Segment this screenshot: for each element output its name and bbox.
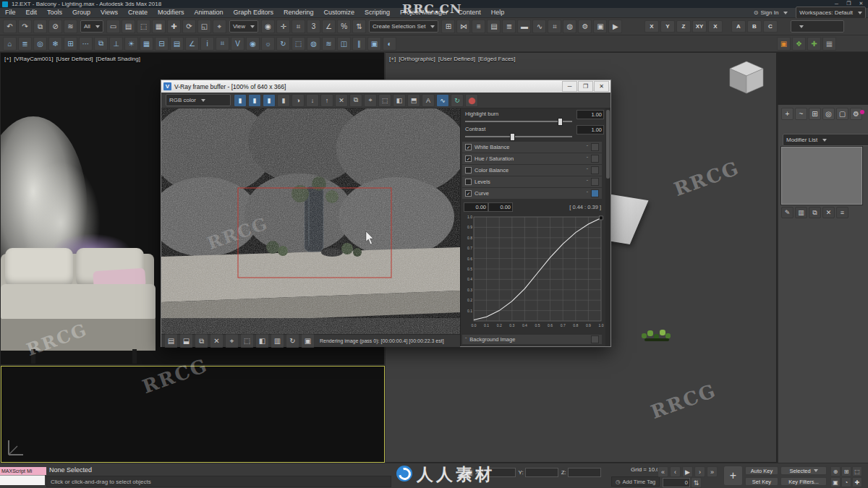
curve-checkbox[interactable]: ✓ [465,190,472,197]
vfb-minimize-button[interactable]: ─ [562,81,577,92]
vfb-status-channels-icon[interactable]: ▤ [164,334,178,348]
curve-row[interactable]: ✓ Curve ˇ [462,188,602,199]
proxy-icon[interactable]: ◫ [337,37,351,51]
panel-pin-dot[interactable] [860,110,864,114]
rectangular-selection-region-icon[interactable]: ⬚ [137,20,150,33]
set-keys-button[interactable]: + [723,466,743,486]
configure-modifier-sets-icon[interactable]: ≡ [836,207,848,218]
frame-step-up-icon[interactable]: ⇅ [691,477,702,488]
menu-group[interactable]: Group [67,8,95,17]
clear-image-icon[interactable]: ✕ [335,94,348,107]
align-icon[interactable]: ≡ [472,20,485,33]
background-image-toggle-icon[interactable] [591,335,599,343]
curve-edit-icon[interactable] [591,189,599,197]
letter-c-button[interactable]: C [763,20,778,33]
selection-filter-dropdown[interactable]: All [80,20,103,33]
contrast-value[interactable]: 1.00 [576,125,604,134]
key-filters-button[interactable]: Key Filters... [780,477,827,486]
levels-checkbox[interactable] [465,179,472,185]
vfb-render-canvas[interactable] [161,108,460,334]
coordinate-z-field[interactable] [568,468,601,477]
vfb-status-history-icon[interactable]: ▥ [271,334,284,348]
background-image-row[interactable]: ˇ Background Image [462,335,602,344]
viewport-shading-menu[interactable]: [Edged Faces] [478,56,516,62]
snapshot-icon[interactable]: ⧉ [94,37,108,51]
current-frame-field[interactable]: 0 [663,478,690,487]
color-balance-checkbox[interactable] [465,167,472,174]
layer-manager-icon[interactable]: ≣ [18,37,32,51]
vfb-maximize-button[interactable]: ❐ [578,81,593,92]
chevron-down-icon[interactable]: ˇ [587,191,588,196]
zoom-icon[interactable]: ⊕ [830,466,841,476]
material-override-icon[interactable]: ◍ [307,37,320,51]
bind-to-space-warp-icon[interactable]: ≋ [64,20,77,33]
vfb-status-track-icon[interactable]: ⌖ [225,334,239,348]
menu-tools[interactable]: Tools [42,8,67,17]
vfb-scrollbar-thumb[interactable] [606,110,610,179]
stop-render-icon[interactable]: ⬤ [465,94,478,107]
coordinate-x-field[interactable] [482,468,516,477]
pin-stack-icon[interactable]: ✎ [781,207,793,218]
transform-type-in-lock-icon[interactable]: ▣ [464,467,475,478]
spacing-tool-icon[interactable]: ⋯ [79,37,93,51]
add-time-tag-button[interactable]: ◷ Add Time Tag [611,476,660,487]
duplicate-to-host-icon[interactable]: ⧉ [349,94,362,107]
select-and-rotate-icon[interactable]: ⟳ [182,20,196,33]
named-set-quick-dropdown[interactable] [791,20,844,33]
motion-tab-icon[interactable]: ◎ [822,108,835,120]
go-to-end-icon[interactable]: » [707,466,718,477]
viewport-bottom-left-active[interactable] [1,366,385,463]
menu-content[interactable]: Content [453,8,486,17]
sign-in-button[interactable]: ⊙ Sign In [748,9,794,16]
select-and-manipulate-icon[interactable]: ✛ [276,20,290,33]
next-frame-icon[interactable]: › [694,466,705,477]
hue-saturation-row[interactable]: ✓ Hue / Saturation ˇ [462,153,602,164]
viewport-general-menu[interactable]: [+] [4,56,11,62]
make-unique-icon[interactable]: ⧉ [809,207,821,218]
freeze-selection-icon[interactable]: ❄ [48,37,62,51]
viewcube[interactable] [726,57,767,99]
coordinate-y-field[interactable] [525,468,558,477]
viewport-style-menu[interactable]: [User Defined] [56,56,93,62]
isolate-selection-icon[interactable]: ◎ [33,37,47,51]
window-crossing-toggle-icon[interactable]: ▦ [152,20,166,33]
set-key-button[interactable]: Set Key [745,477,778,486]
unlink-selection-icon[interactable]: ⊘ [48,20,62,33]
curve-editor-chart[interactable]: 0.00.10.20.30.40.50.60.70.80.91.00.10.20… [462,214,605,330]
display-tab-icon[interactable]: ▢ [836,108,848,120]
snaps-toggle-icon[interactable]: 3 [307,20,320,33]
previous-frame-icon[interactable]: ‹ [670,466,681,477]
home-view-icon[interactable]: ⌂ [3,37,17,51]
compare-vertical-icon[interactable]: ⬒ [407,94,420,107]
vfb-titlebar[interactable]: V V-Ray frame buffer - [100% of 640 x 36… [161,80,610,93]
menu-rendering[interactable]: Rendering [278,8,319,17]
monochrome-toggle[interactable]: ◑ [292,94,305,107]
normal-align-icon[interactable]: ⊥ [109,37,123,51]
levels-edit-icon[interactable] [591,178,599,186]
maxscript-macro-recorder[interactable]: MAXScript Mi [0,467,46,475]
select-by-name-icon[interactable]: ▤ [122,20,135,33]
chevron-down-icon[interactable]: ˇ [465,337,467,342]
color-balance-edit-icon[interactable] [591,166,599,174]
viewport-style-menu[interactable]: [User Defined] [438,56,475,62]
modifier-list-dropdown[interactable]: Modifier List [783,134,868,146]
show-end-result-icon[interactable]: ▥ [795,207,807,218]
forest-tool-icon[interactable]: ✚ [807,37,821,51]
align-to-view-icon[interactable]: ⊟ [155,37,169,51]
mirror-icon[interactable]: ⋈ [456,20,470,33]
menu-create[interactable]: Create [123,8,153,17]
hue-saturation-edit-icon[interactable] [591,155,599,163]
go-to-start-icon[interactable]: « [658,466,668,477]
letter-b-button[interactable]: B [747,20,762,33]
edit-named-selection-sets-icon[interactable]: ⊞ [441,20,455,33]
highlight-burn-slider[interactable] [465,121,572,122]
toggle-scene-explorer-icon[interactable]: ▤ [487,20,501,33]
plant-library-icon[interactable]: ❖ [792,37,806,51]
grid-display-icon[interactable]: ▦ [822,37,836,51]
autodesk-app-icon[interactable]: ▣ [777,37,791,51]
select-and-place-icon[interactable]: ⌖ [213,20,226,33]
menu-edit[interactable]: Edit [21,8,43,17]
render-last-icon[interactable]: ↻ [276,37,290,51]
viewport-pov-menu[interactable]: [Orthographic] [399,56,435,62]
measure-icon[interactable]: ∠ [185,37,199,51]
